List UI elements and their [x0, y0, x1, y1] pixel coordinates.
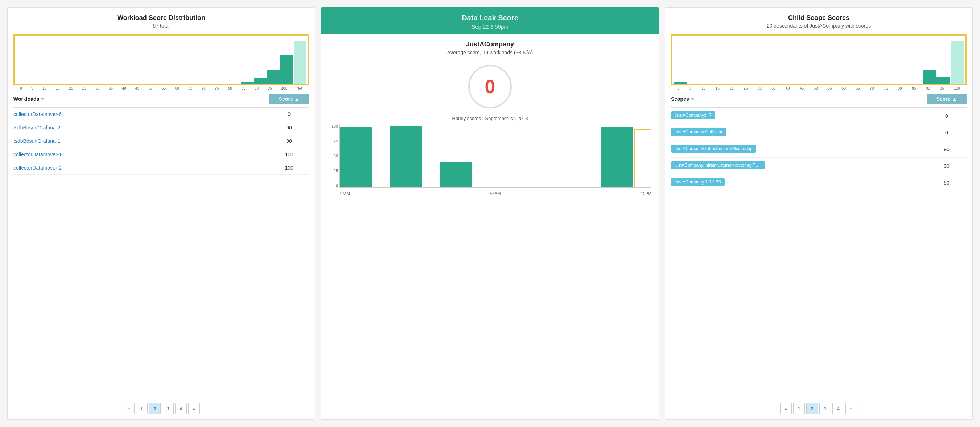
right-page-4-button[interactable]: 4: [832, 403, 844, 414]
workload-score-2: 90: [269, 138, 309, 144]
scope-chart: [671, 35, 967, 85]
scopes-column-header[interactable]: Scopes ⇅: [671, 96, 927, 102]
scope-tag-0[interactable]: JustACompany:HR: [671, 111, 715, 119]
right-page-2-button[interactable]: 2: [806, 403, 818, 414]
workloads-column-header[interactable]: Workloads ⇅: [13, 96, 269, 102]
sort-icon-right: ⇅: [691, 97, 694, 101]
bar-95: [267, 70, 280, 84]
child-scope-panel: Child Scope Scores 20 descendants of Jus…: [665, 7, 973, 420]
scope-tag-1[interactable]: JustACompany:Collector: [671, 128, 726, 136]
right-next-page-button[interactable]: »: [845, 403, 857, 414]
workload-score-3: 100: [269, 151, 309, 157]
workload-score-4: 100: [269, 165, 309, 171]
page-2-button[interactable]: 2: [149, 403, 161, 414]
scope-bar-95: [937, 77, 950, 84]
left-panel-title: Workload Score Distribution: [15, 14, 307, 22]
workload-chart: [13, 35, 309, 85]
next-page-button[interactable]: »: [188, 403, 200, 414]
scope-row-0: JustACompany:HR 0: [671, 108, 967, 124]
scope-score-0: 0: [927, 113, 967, 119]
hourly-bars: [339, 124, 651, 188]
company-name: JustACompany: [321, 34, 659, 50]
scope-row-3: ...stACompany:Infrastructure:Monitoring:…: [671, 158, 967, 175]
scope-bar-100: [951, 41, 964, 84]
score-circle-wrap: 0: [321, 59, 659, 116]
workload-score-panel: Workload Score Distribution 57 total: [7, 7, 315, 420]
left-panel-subtitle: 57 total: [15, 23, 307, 29]
scope-tag-2[interactable]: JustACompany:Infrastructure:Monitoring: [671, 144, 756, 152]
hourly-y-axis: 100 75 50 25 0: [329, 124, 339, 188]
right-chart-xaxis: 0 5 10 15 20 25 30 35 40 45 50 55 60 65 …: [670, 85, 967, 90]
sort-icon: ⇅: [41, 97, 44, 101]
scope-score-3: 90: [927, 163, 967, 169]
bar-na: [294, 41, 307, 84]
hourly-bar-3: [439, 162, 471, 187]
workload-name-3[interactable]: collectorDatamover-1: [13, 151, 269, 157]
left-panel-header: Workload Score Distribution 57 total: [8, 8, 315, 32]
scopes-table: Scopes ⇅ Score ▲ JustACompany:HR 0 JustA…: [665, 90, 972, 398]
right-pagination: « 1 2 3 4 »: [665, 398, 972, 419]
right-page-3-button[interactable]: 3: [819, 403, 831, 414]
bar-85: [241, 82, 253, 84]
right-panel-header: Child Scope Scores 20 descendants of Jus…: [665, 8, 972, 32]
table-row: collectorDatamover-2 100: [13, 161, 309, 175]
workloads-table: Workloads ⇅ Score ▲ collectorDatamover-6…: [8, 90, 315, 398]
right-page-1-button[interactable]: 1: [793, 403, 805, 414]
center-panel-body: JustACompany Average score, 19 workloads…: [321, 34, 659, 420]
right-panel-title: Child Scope Scores: [673, 14, 965, 22]
scope-row-2: JustACompany:Infrastructure:Monitoring 9…: [671, 141, 967, 158]
table-row: collectorDatamover-1 100: [13, 148, 309, 161]
hourly-chart-title: Hourly scores - September 22, 2018: [321, 116, 659, 121]
scope-tag-3[interactable]: ...stACompany:Infrastructure:Monitoring:…: [671, 161, 765, 169]
scope-table-header: Scopes ⇅ Score ▲: [671, 90, 967, 108]
center-panel-subtitle: Sep 22 3:00pm: [328, 24, 652, 30]
table-row: tsdbBosunGrafana-2 90: [13, 121, 309, 135]
workload-score-0: 0: [269, 111, 309, 117]
page-1-button[interactable]: 1: [136, 403, 148, 414]
center-panel-header: Data Leak Score Sep 22 3:00pm: [321, 7, 659, 34]
scope-row-1: JustACompany:Collector 0: [671, 124, 967, 141]
scope-tag-4[interactable]: JustACompany:1.1.1.50: [671, 178, 725, 186]
table-row: collectorDatamover-6 0: [13, 108, 309, 121]
workload-name-2[interactable]: tsdbBosunGrafana-1: [13, 138, 269, 144]
workload-name-0[interactable]: collectorDatamover-6: [13, 111, 269, 117]
workload-name-4[interactable]: collectorDatamover-2: [13, 165, 269, 171]
bar-100: [280, 55, 293, 84]
bar-90: [254, 78, 267, 84]
scope-score-4: 90: [927, 180, 967, 186]
scope-score-column-header[interactable]: Score ▲: [927, 94, 967, 104]
scope-bar-90: [923, 70, 936, 84]
hourly-bar-highlight: [634, 129, 651, 187]
hourly-x-axis: 12AM 06AM 12PM: [339, 188, 651, 197]
table-header: Workloads ⇅ Score ▲: [13, 90, 309, 108]
hourly-bar-1: [340, 127, 372, 187]
workload-score-1: 90: [269, 125, 309, 130]
right-prev-page-button[interactable]: «: [780, 403, 792, 414]
table-row: tsdbBosunGrafana-1 90: [13, 135, 309, 148]
scope-row-4: JustACompany:1.1.1.50 90: [671, 175, 967, 191]
hourly-bar-4: [601, 127, 633, 187]
scope-score-2: 90: [927, 146, 967, 152]
workload-name-1[interactable]: tsdbBosunGrafana-2: [13, 125, 269, 130]
scope-bar-0: [673, 82, 687, 84]
scope-score-1: 0: [927, 130, 967, 136]
right-panel-subtitle: 20 descendants of JustACompany with scor…: [673, 23, 965, 29]
center-panel-title: Data Leak Score: [328, 14, 652, 22]
prev-page-button[interactable]: «: [123, 403, 135, 414]
left-chart-xaxis: 0 5 10 15 20 25 30 35 40 45 50 55 60 65 …: [13, 85, 310, 90]
score-circle: 0: [468, 65, 512, 108]
data-leak-panel: Data Leak Score Sep 22 3:00pm JustACompa…: [321, 7, 659, 420]
avg-text: Average score, 19 workloads (38 N/A): [321, 50, 659, 59]
left-pagination: « 1 2 3 4 »: [8, 398, 315, 419]
page-4-button[interactable]: 4: [175, 403, 187, 414]
score-column-header[interactable]: Score ▲: [269, 94, 309, 104]
hourly-chart: 100 75 50 25 0: [329, 124, 651, 197]
page-3-button[interactable]: 3: [162, 403, 174, 414]
hourly-bar-2: [390, 126, 422, 187]
